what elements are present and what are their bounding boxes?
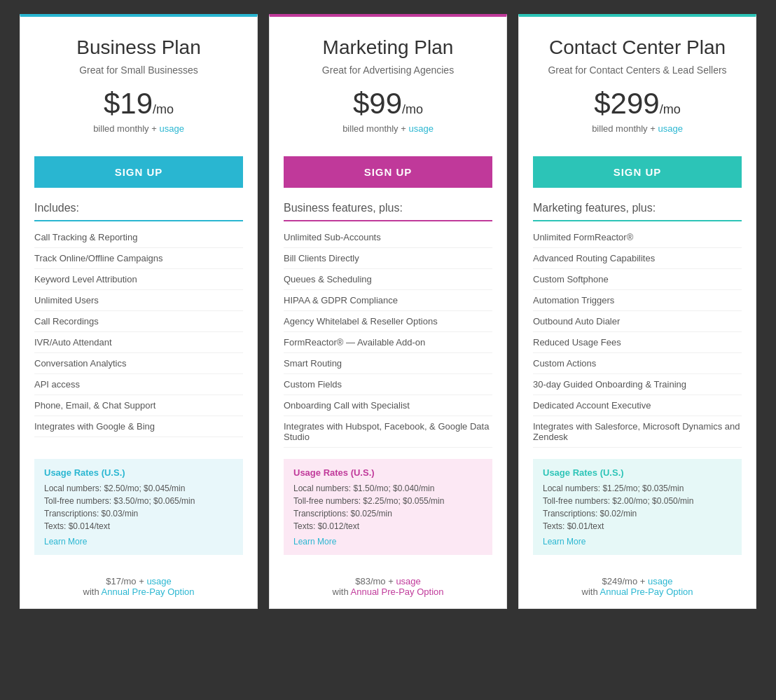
plan-name-contact-center: Contact Center Plan [533,36,742,59]
annual-section-contact-center: $249/mo + usagewith Annual Pre-Pay Optio… [519,566,756,608]
feature-item-contact-center-4: Outbound Auto Dialer [533,311,742,332]
feature-item-contact-center-0: Unlimited FormReactor® [533,227,742,248]
feature-item-contact-center-5: Reduced Usage Fees [533,332,742,353]
feature-item-marketing-9: Integrates with Hubspot, Facebook, & Goo… [284,416,492,448]
usage-row-contact-center-3: Texts: $0.01/text [543,520,732,533]
usage-row-business-3: Texts: $0.014/text [44,520,233,533]
plan-header-marketing: Marketing PlanGreat for Advertising Agen… [270,17,506,156]
billing-usage-link-business[interactable]: usage [159,123,183,134]
plan-card-marketing: Marketing PlanGreat for Advertising Agen… [269,14,507,609]
usage-row-marketing-0: Local numbers: $1.50/mo; $0.040/min [293,482,483,495]
feature-item-marketing-5: FormReactor® — Available Add-on [284,332,492,353]
annual-section-business: $17/mo + usagewith Annual Pre-Pay Option [20,566,257,608]
annual-pre-pay-link-marketing[interactable]: Annual Pre-Pay Option [351,586,444,597]
annual-usage-link-marketing[interactable]: usage [396,576,420,586]
feature-item-marketing-7: Custom Fields [284,374,492,395]
feature-item-business-0: Call Tracking & Reporting [34,227,243,248]
feature-item-marketing-4: Agency Whitelabel & Reseller Options [284,311,492,332]
usage-row-marketing-2: Transcriptions: $0.025/min [293,507,483,520]
usage-row-business-2: Transcriptions: $0.03/min [44,507,233,520]
plan-billing-marketing: billed monthly + usage [284,123,492,134]
feature-item-business-1: Track Online/Offline Campaigns [34,248,243,269]
plan-name-marketing: Marketing Plan [284,36,492,59]
plan-header-business: Business PlanGreat for Small Businesses$… [20,17,257,156]
feature-item-contact-center-2: Custom Softphone [533,269,742,290]
feature-item-contact-center-9: Integrates with Salesforce, Microsoft Dy… [533,416,742,448]
features-section-business: Includes:Call Tracking & ReportingTrack … [20,188,257,448]
annual-text-marketing: with Annual Pre-Pay Option [333,586,444,597]
usage-row-contact-center-2: Transcriptions: $0.02/min [543,507,732,520]
features-section-contact-center: Marketing features, plus:Unlimited FormR… [519,188,756,448]
feature-item-business-3: Unlimited Users [34,290,243,311]
annual-text-business: with Annual Pre-Pay Option [83,586,195,597]
usage-box-contact-center: Usage Rates (U.S.)Local numbers: $1.25/m… [533,459,742,555]
learn-more-contact-center[interactable]: Learn More [543,537,586,547]
plan-price-marketing: $99/mo [284,87,492,121]
plan-tagline-marketing: Great for Advertising Agencies [284,64,492,76]
plan-name-business: Business Plan [34,36,243,59]
billing-usage-link-contact-center[interactable]: usage [658,123,682,134]
usage-row-contact-center-0: Local numbers: $1.25/mo; $0.035/min [543,482,732,495]
features-heading-business: Includes: [34,202,243,221]
signup-button-business[interactable]: SIGN UP [34,156,243,188]
plan-header-contact-center: Contact Center PlanGreat for Contact Cen… [519,17,756,156]
feature-item-contact-center-7: 30-day Guided Onboarding & Training [533,374,742,395]
annual-text-contact-center: with Annual Pre-Pay Option [582,586,693,597]
usage-row-contact-center-1: Toll-free numbers: $2.00/mo; $0.050/min [543,495,732,507]
plan-billing-business: billed monthly + usage [34,123,243,134]
feature-item-marketing-0: Unlimited Sub-Accounts [284,227,492,248]
plan-card-business: Business PlanGreat for Small Businesses$… [20,14,258,609]
feature-item-business-9: Integrates with Google & Bing [34,416,243,437]
feature-item-contact-center-1: Advanced Routing Capabilites [533,248,742,269]
usage-row-business-1: Toll-free numbers: $3.50/mo; $0.065/min [44,495,233,507]
learn-more-business[interactable]: Learn More [44,537,87,547]
plan-tagline-contact-center: Great for Contact Centers & Lead Sellers [533,64,742,76]
plan-price-contact-center: $299/mo [533,87,742,121]
feature-item-business-7: API access [34,374,243,395]
usage-row-marketing-1: Toll-free numbers: $2.25/mo; $0.055/min [293,495,483,507]
annual-pre-pay-link-contact-center[interactable]: Annual Pre-Pay Option [600,586,693,597]
annual-pre-pay-link-business[interactable]: Annual Pre-Pay Option [102,586,195,597]
usage-title-business: Usage Rates (U.S.) [44,467,233,478]
feature-item-contact-center-3: Automation Triggers [533,290,742,311]
plans-container: Business PlanGreat for Small Businesses$… [14,14,762,609]
annual-usage-link-contact-center[interactable]: usage [648,576,672,586]
signup-button-contact-center[interactable]: SIGN UP [533,156,742,188]
usage-box-business: Usage Rates (U.S.)Local numbers: $2.50/m… [34,459,243,555]
plan-billing-contact-center: billed monthly + usage [533,123,742,134]
feature-item-marketing-8: Onboarding Call with Specialist [284,395,492,416]
plan-price-business: $19/mo [34,87,243,121]
feature-item-marketing-2: Queues & Scheduling [284,269,492,290]
usage-row-marketing-3: Texts: $0.012/text [293,520,483,533]
feature-item-marketing-1: Bill Clients Directly [284,248,492,269]
learn-more-marketing[interactable]: Learn More [293,537,336,547]
feature-item-contact-center-6: Custom Actions [533,353,742,374]
feature-item-business-6: Conversation Analytics [34,353,243,374]
feature-item-business-8: Phone, Email, & Chat Support [34,395,243,416]
annual-section-marketing: $83/mo + usagewith Annual Pre-Pay Option [270,566,506,608]
features-heading-marketing: Business features, plus: [284,202,492,221]
usage-box-marketing: Usage Rates (U.S.)Local numbers: $1.50/m… [284,459,492,555]
feature-item-marketing-3: HIPAA & GDPR Compliance [284,290,492,311]
features-section-marketing: Business features, plus:Unlimited Sub-Ac… [270,188,506,448]
features-heading-contact-center: Marketing features, plus: [533,202,742,221]
feature-item-business-2: Keyword Level Attribution [34,269,243,290]
usage-row-business-0: Local numbers: $2.50/mo; $0.045/min [44,482,233,495]
feature-item-business-4: Call Recordings [34,311,243,332]
annual-usage-link-business[interactable]: usage [146,576,171,586]
feature-item-marketing-6: Smart Routing [284,353,492,374]
feature-item-business-5: IVR/Auto Attendant [34,332,243,353]
feature-item-contact-center-8: Dedicated Account Executive [533,395,742,416]
plan-card-contact-center: Contact Center PlanGreat for Contact Cen… [518,14,756,609]
signup-button-marketing[interactable]: SIGN UP [284,156,492,188]
usage-title-marketing: Usage Rates (U.S.) [293,467,483,478]
plan-tagline-business: Great for Small Businesses [34,64,243,76]
usage-title-contact-center: Usage Rates (U.S.) [543,467,732,478]
billing-usage-link-marketing[interactable]: usage [408,123,433,134]
